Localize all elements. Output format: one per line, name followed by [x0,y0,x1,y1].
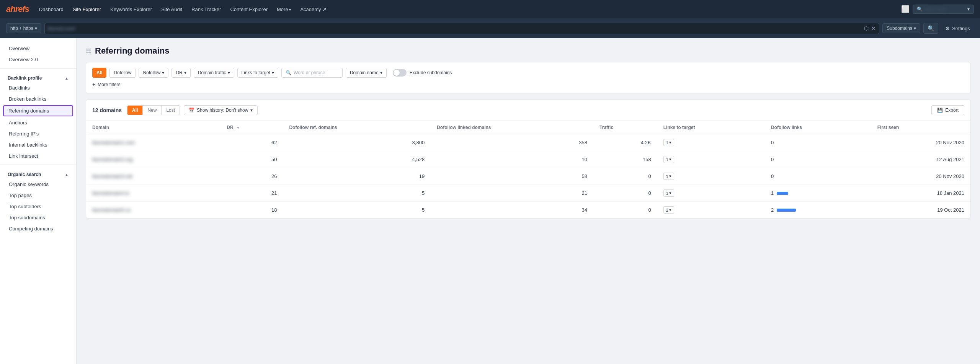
main-content: ☰ Referring domains All Dofollow Nofollo… [77,38,980,364]
col-dofollow-linked: Dofollow linked domains [431,121,593,134]
monitor-icon[interactable]: ⬜ [901,5,910,13]
url-display[interactable]: blurred.com/ [48,26,862,31]
nav-search-bar[interactable]: 🔍 search term ▾ [913,5,974,14]
links-to-target-dropdown[interactable]: 1 ▾ [663,173,674,180]
subdomains-label: Subdomains [887,26,912,31]
url-search-button[interactable]: 🔍 [923,23,938,34]
links-dropdown-wrap: 1 ▾ [663,139,759,146]
clear-url-icon[interactable]: ✕ [871,25,876,32]
sidebar-item-anchors[interactable]: Anchors [0,117,76,128]
export-button[interactable]: 💾 Export [931,105,964,115]
cell-dofollow-ref[interactable]: 3,800 [283,134,431,151]
domain-name-selector[interactable]: Domain name ▾ [346,68,387,78]
sidebar-item-internal-backlinks[interactable]: Internal backlinks [0,139,76,150]
cell-traffic: 4.2K [593,134,657,151]
chevron-down-icon: ▾ [272,70,274,75]
nav-dashboard[interactable]: Dashboard [35,4,67,15]
cell-links-to-target: 1 ▾ [657,185,765,202]
domain-count: 12 domains [92,107,122,113]
filter-domain-traffic-button[interactable]: Domain traffic ▾ [194,68,234,78]
show-history-button[interactable]: 📅 Show history: Don't show ▾ [184,105,258,115]
cell-domain: blurredomain1.com [86,134,220,151]
cell-dofollow-linked: 10 [431,151,593,168]
nav-more[interactable]: More [273,4,295,15]
cell-dofollow-links: 0 [765,168,871,185]
col-dofollow-ref: Dofollow ref. domains [283,121,431,134]
sidebar-item-broken-backlinks[interactable]: Broken backlinks [0,93,76,104]
chevron-up-icon-2: ▲ [65,173,69,177]
subdomains-selector[interactable]: Subdomains ▾ [882,23,920,33]
url-input-wrapper: blurred.com/ ⬡ ✕ [44,23,880,34]
tab-new[interactable]: New [143,106,162,115]
chevron-down-icon: ▾ [184,70,186,75]
sidebar: Overview Overview 2.0 Backlink profile ▲… [0,38,77,364]
cell-dofollow-ref[interactable]: 19 [283,168,431,185]
cell-first-seen: 20 Nov 2020 [871,168,970,185]
cell-domain: blurredomain2.org [86,151,220,168]
nav-keywords-explorer[interactable]: Keywords Explorer [106,4,156,15]
external-link-icon[interactable]: ⬡ [864,25,869,31]
filter-dofollow-button[interactable]: Dofollow [109,68,136,78]
search-placeholder: Word or phrase [294,70,325,75]
links-to-target-dropdown[interactable]: 1 ▾ [663,189,674,197]
chevron-down-icon: ▾ [228,70,230,75]
chevron-down-icon: ▾ [669,140,671,145]
cell-dofollow-ref[interactable]: 4,528 [283,151,431,168]
col-dr[interactable]: DR ▼ [220,121,283,134]
more-filters-button[interactable]: + More filters [92,82,964,88]
filters-bar: All Dofollow Nofollow ▾ DR ▾ Domain traf… [86,62,971,93]
settings-button[interactable]: ⚙ Settings [941,24,974,33]
cell-traffic: 0 [593,168,657,185]
sidebar-item-top-subfolders[interactable]: Top subfolders [0,201,76,212]
nav-site-explorer[interactable]: Site Explorer [69,4,105,15]
exclude-subdomains-toggle[interactable] [393,69,407,77]
tab-all[interactable]: All [127,106,143,115]
filter-dr-button[interactable]: DR ▾ [172,68,190,78]
cell-dofollow-ref[interactable]: 5 [283,185,431,202]
filter-search-input[interactable]: 🔍 Word or phrase [281,68,343,78]
sidebar-item-backlinks[interactable]: Backlinks [0,82,76,93]
nav-site-audit[interactable]: Site Audit [157,4,186,15]
links-to-target-dropdown[interactable]: 1 ▾ [663,139,674,146]
domain-value: blurredomain5.co [92,207,131,213]
protocol-selector[interactable]: http + https ▾ [6,23,41,33]
export-icon: 💾 [937,108,943,113]
links-to-target-dropdown[interactable]: 2 ▾ [663,206,674,214]
sidebar-item-link-intersect[interactable]: Link intersect [0,150,76,162]
plus-icon: + [92,82,95,88]
nav-content-explorer[interactable]: Content Explorer [226,4,271,15]
sidebar-item-organic-keywords[interactable]: Organic keywords [0,179,76,190]
links-dropdown-wrap: 1 ▾ [663,189,759,197]
filter-links-to-target-button[interactable]: Links to target ▾ [237,68,278,78]
search-icon: 🔍 [286,70,291,75]
nav-rank-tracker[interactable]: Rank Tracker [188,4,225,15]
sidebar-item-referring-domains[interactable]: Referring domains [3,105,73,116]
links-to-target-dropdown[interactable]: 1 ▾ [663,156,674,163]
cell-dofollow-linked: 34 [431,202,593,219]
table-row: blurredomain3.net 26 19 58 0 [86,168,970,185]
cell-dofollow-linked: 21 [431,185,593,202]
cell-dr: 21 [220,185,283,202]
dofollow-links-bar: 0 [771,140,865,145]
filter-nofollow-button[interactable]: Nofollow ▾ [139,68,168,78]
cell-dofollow-ref[interactable]: 5 [283,202,431,219]
sidebar-item-overview[interactable]: Overview [0,43,76,54]
cell-first-seen: 12 Aug 2021 [871,151,970,168]
tab-lost[interactable]: Lost [162,106,180,115]
sidebar-item-top-subdomains[interactable]: Top subdomains [0,212,76,223]
chevron-up-icon: ▲ [65,76,69,80]
sidebar-item-competing-domains[interactable]: Competing domains [0,223,76,234]
nav-academy[interactable]: Academy ↗ [296,4,330,15]
sidebar-item-overview2[interactable]: Overview 2.0 [0,54,76,65]
table-section: 12 domains All New Lost 📅 Show history: … [86,100,971,219]
filters-row: All Dofollow Nofollow ▾ DR ▾ Domain traf… [92,68,964,78]
page-title: Referring domains [95,46,169,56]
chevron-down-icon: ▾ [669,157,671,162]
search-icon: 🔍 [917,7,923,12]
sort-icon: ▼ [236,126,240,130]
brand-logo[interactable]: ahrefs [6,4,29,14]
sidebar-item-top-pages[interactable]: Top pages [0,190,76,201]
hamburger-icon[interactable]: ☰ [86,47,91,55]
sidebar-item-referring-ips[interactable]: Referring IP's [0,128,76,139]
filter-all-button[interactable]: All [92,68,106,78]
